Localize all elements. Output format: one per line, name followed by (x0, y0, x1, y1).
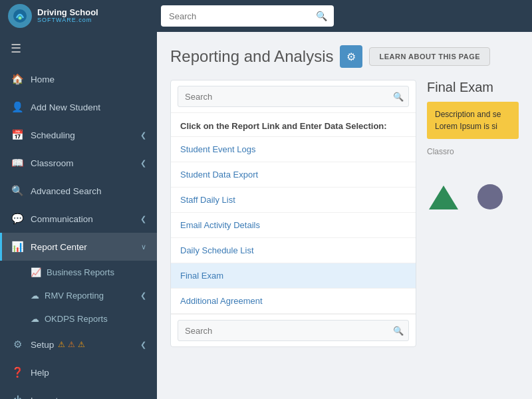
main-layout: ☰ 🏠 Home 👤 Add New Student 📅 Scheduling … (0, 32, 532, 399)
sidebar-item-classroom[interactable]: 📖 Classroom ❮ (0, 149, 157, 177)
advanced-search-icon: 🔍 (11, 184, 24, 198)
sidebar-item-business-reports-label: Business Reports (47, 267, 114, 277)
report-center-icon: 📊 (11, 240, 24, 253)
list-search-bottom-input[interactable] (178, 320, 409, 341)
detail-description-label: Description and se (435, 110, 501, 119)
list-item-additional-agreement[interactable]: Additional Agreement (171, 289, 416, 314)
gear-button[interactable]: ⚙ (340, 45, 362, 68)
sidebar-item-classroom-label: Classroom (31, 158, 74, 168)
sidebar-item-logout[interactable]: ⏻ Logout (0, 386, 157, 399)
sidebar-item-home[interactable]: 🏠 Home (0, 65, 157, 93)
logo-icon (8, 4, 32, 28)
list-instruction: Click on the Report Link and Enter Data … (171, 113, 416, 137)
home-icon: 🏠 (11, 72, 24, 86)
report-list-container: 🔍 Click on the Report Link and Enter Dat… (170, 80, 416, 347)
okdps-reports-icon: ☁ (31, 314, 39, 324)
sidebar-item-setup-label: Setup (31, 340, 54, 350)
list-item-student-data-export[interactable]: Student Data Export (171, 162, 416, 188)
list-item-email-activity-details[interactable]: Email Activity Details (171, 213, 416, 238)
list-item-daily-schedule-list[interactable]: Daily Schedule List (171, 238, 416, 263)
sidebar-item-help[interactable]: ❓ Help (0, 358, 157, 386)
business-reports-icon: 📈 (31, 267, 41, 277)
list-item-student-event-logs[interactable]: Student Event Logs (171, 137, 416, 162)
page-title: Reporting and Analysis (170, 47, 333, 66)
list-search-top-icon: 🔍 (393, 92, 404, 102)
help-icon: ❓ (11, 366, 24, 379)
scheduling-icon: 📅 (11, 128, 24, 142)
sidebar-item-report-center-label: Report Center (31, 242, 87, 252)
setup-chevron: ❮ (140, 340, 146, 349)
sidebar: ☰ 🏠 Home 👤 Add New Student 📅 Scheduling … (0, 32, 157, 399)
main-two-col: 🔍 Click on the Report Link and Enter Dat… (170, 80, 519, 347)
topbar-search-input[interactable] (161, 5, 334, 27)
warning-icon-2: ⚠ (68, 340, 75, 349)
list-search-top-input[interactable] (178, 86, 409, 107)
report-center-chevron: ∨ (141, 243, 146, 251)
list-item-final-exam[interactable]: Final Exam (171, 263, 416, 289)
logout-icon: ⏻ (11, 394, 24, 399)
content-area: Reporting and Analysis ⚙ LEARN ABOUT THI… (157, 32, 532, 399)
detail-panel: Final Exam Description and se Lorem Ipsu… (427, 80, 519, 347)
sidebar-item-add-new-student-label: Add New Student (31, 102, 100, 112)
sidebar-item-communication-label: Communication (31, 214, 93, 224)
topbar-search-icon: 🔍 (316, 11, 327, 21)
circle-icon (477, 184, 503, 209)
topbar: Driving School SOFTWARE.com 🔍 (0, 0, 532, 32)
svg-point-1 (19, 17, 22, 20)
sidebar-item-logout-label: Logout (31, 396, 58, 400)
logo-text: Driving School SOFTWARE.com (37, 8, 98, 24)
sidebar-item-advanced-search-label: Advanced Search (31, 186, 102, 196)
logo-sub-text: SOFTWARE.com (37, 17, 98, 24)
sidebar-item-rmv-reporting[interactable]: ☁ RMV Reporting ❮ (0, 284, 157, 307)
classroom-chevron: ❮ (140, 159, 146, 168)
list-search-bottom: 🔍 (171, 314, 416, 346)
hamburger-menu[interactable]: ☰ (0, 32, 157, 65)
page-header: Reporting and Analysis ⚙ LEARN ABOUT THI… (170, 45, 519, 68)
sidebar-item-scheduling-label: Scheduling (31, 130, 75, 140)
detail-description-text: Lorem Ipsum is si (435, 122, 497, 131)
sidebar-item-advanced-search[interactable]: 🔍 Advanced Search (0, 177, 157, 205)
list-search-top: 🔍 (171, 80, 416, 113)
classroom-icon: 📖 (11, 156, 24, 170)
topbar-search[interactable]: 🔍 (161, 5, 334, 27)
svg-point-0 (13, 9, 27, 23)
logo-main-text: Driving School (37, 8, 98, 17)
hamburger-icon: ☰ (11, 41, 21, 56)
sidebar-item-communication[interactable]: 💬 Communication ❮ (0, 205, 157, 233)
detail-title: Final Exam (427, 80, 519, 95)
sidebar-item-okdps-reports[interactable]: ☁ OKDPS Reports (0, 307, 157, 331)
sidebar-item-add-new-student[interactable]: 👤 Add New Student (0, 93, 157, 121)
sidebar-item-rmv-reporting-label: RMV Reporting (45, 291, 104, 301)
sidebar-item-help-label: Help (31, 368, 49, 378)
sidebar-item-report-center[interactable]: 📊 Report Center ∨ (0, 233, 157, 261)
sidebar-item-scheduling[interactable]: 📅 Scheduling ❮ (0, 121, 157, 149)
sidebar-item-business-reports[interactable]: 📈 Business Reports (0, 261, 157, 284)
setup-warnings: ⚠ ⚠ ⚠ (58, 340, 85, 349)
sidebar-item-setup[interactable]: ⚙ Setup ⚠ ⚠ ⚠ ❮ (0, 331, 157, 358)
list-item-staff-daily-list[interactable]: Staff Daily List (171, 188, 416, 213)
logo-area: Driving School SOFTWARE.com (8, 4, 161, 28)
detail-description-box: Description and se Lorem Ipsum is si (427, 102, 519, 139)
sidebar-item-home-label: Home (31, 74, 55, 84)
detail-classroom-label: Classro (427, 147, 519, 156)
list-search-bottom-icon: 🔍 (393, 326, 404, 336)
circle-icon-shape (473, 183, 507, 209)
warning-icon-1: ⚠ (58, 340, 65, 349)
communication-chevron: ❮ (140, 215, 146, 223)
triangle-icon-shape (427, 183, 460, 209)
rmv-reporting-icon: ☁ (31, 291, 39, 301)
rmv-reporting-chevron: ❮ (140, 291, 146, 300)
sidebar-item-okdps-reports-label: OKDPS Reports (45, 314, 108, 324)
learn-about-button[interactable]: LEARN ABOUT THIS PAGE (369, 47, 490, 66)
add-student-icon: 👤 (11, 100, 24, 114)
bottom-icons (427, 176, 519, 209)
triangle-icon (429, 186, 458, 209)
scheduling-chevron: ❮ (140, 131, 146, 140)
warning-icon-3: ⚠ (78, 340, 85, 349)
setup-icon: ⚙ (11, 338, 24, 351)
communication-icon: 💬 (11, 212, 24, 225)
report-list-panel: 🔍 Click on the Report Link and Enter Dat… (170, 80, 416, 347)
